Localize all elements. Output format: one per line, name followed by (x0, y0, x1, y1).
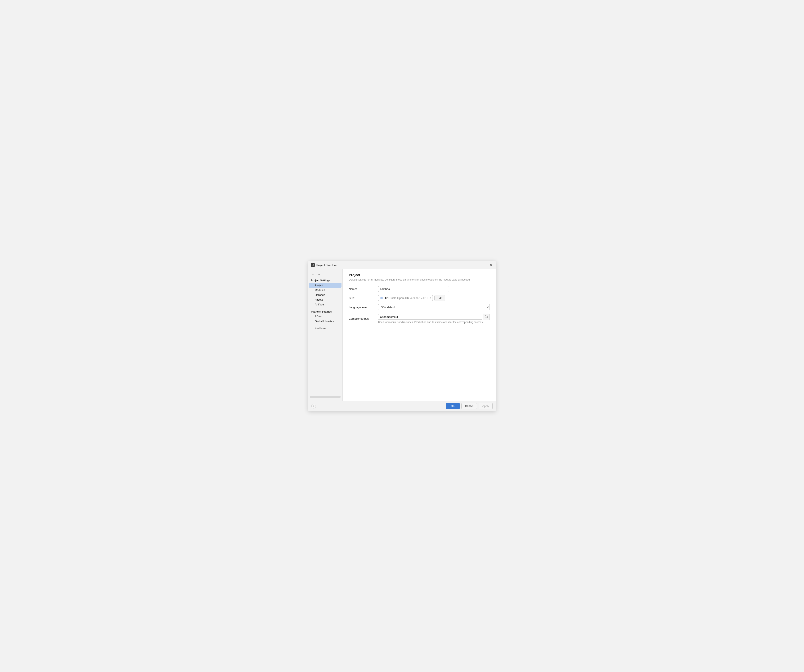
title-bar: IJ Project Structure ✕ (308, 261, 496, 269)
sidebar-item-sdks[interactable]: SDKs (309, 314, 342, 319)
sdk-row: SDK: JDK 17 Oracle (349, 295, 490, 301)
sidebar-item-problems[interactable]: Problems (309, 326, 342, 330)
nav-controls: ← → (308, 271, 342, 278)
dialog-body: ← → Project Settings Project Modules Lib… (308, 269, 496, 401)
folder-browse-button[interactable] (483, 314, 490, 320)
close-button[interactable]: ✕ (489, 263, 493, 267)
main-content: Project Default settings for all modules… (343, 269, 496, 401)
sdk-select-text: 17 Oracle OpenJDK version 17.0.10 (385, 296, 428, 299)
compiler-output-field: Used for module subdirectories, Producti… (378, 314, 490, 324)
sidebar-item-modules[interactable]: Modules (309, 288, 342, 293)
platform-settings-header: Platform Settings (308, 309, 342, 314)
folder-icon (485, 315, 488, 319)
sidebar-item-project[interactable]: Project (309, 283, 342, 288)
language-level-select[interactable]: SDK default (378, 304, 490, 310)
app-icon: IJ (311, 263, 315, 267)
compiler-hint: Used for module subdirectories, Producti… (378, 321, 490, 324)
footer-left: ? (311, 404, 316, 409)
apply-button[interactable]: Apply (479, 403, 493, 409)
svg-text:JDK: JDK (381, 297, 383, 299)
sidebar-scrollbar[interactable] (310, 396, 341, 398)
cancel-button[interactable]: Cancel (461, 403, 477, 409)
language-level-row: Language level: SDK default (349, 304, 490, 310)
name-row: Name: (349, 286, 490, 292)
sdk-icon: JDK (380, 297, 383, 299)
forward-button[interactable]: → (317, 272, 321, 276)
compiler-output-label: Compiler output: (349, 317, 378, 320)
sdk-dropdown[interactable]: JDK 17 Oracle OpenJDK version 17.0.10 ▾ (378, 295, 433, 301)
title-bar-left: IJ Project Structure (311, 263, 337, 267)
sidebar-item-artifacts[interactable]: Artifacts (309, 302, 342, 307)
ok-button[interactable]: OK (446, 403, 460, 409)
name-field (378, 286, 490, 292)
dialog-title: Project Structure (316, 263, 337, 267)
sdk-version: 17 (385, 296, 387, 299)
sidebar: ← → Project Settings Project Modules Lib… (308, 269, 343, 401)
back-button[interactable]: ← (311, 272, 315, 276)
sdk-label: SDK: (349, 296, 378, 299)
sdk-name: Oracle OpenJDK version 17.0.10 (388, 296, 428, 299)
sidebar-item-facets[interactable]: Facets (309, 297, 342, 302)
project-structure-dialog: IJ Project Structure ✕ ← → Project Setti… (308, 261, 496, 411)
language-level-field: SDK default (378, 304, 490, 310)
sdk-field: JDK 17 Oracle OpenJDK version 17.0.10 ▾ … (378, 295, 490, 301)
sdk-selector-row: JDK 17 Oracle OpenJDK version 17.0.10 ▾ … (378, 295, 490, 301)
name-label: Name: (349, 288, 378, 291)
help-button[interactable]: ? (311, 404, 316, 409)
name-input[interactable] (378, 286, 449, 292)
section-desc: Default settings for all modules. Config… (349, 278, 490, 281)
compiler-output-row: Compiler output: Used for module subd (349, 314, 490, 324)
sdk-chevron-icon: ▾ (430, 297, 431, 299)
compiler-input-row (378, 314, 490, 320)
sdk-edit-button[interactable]: Edit (435, 295, 445, 301)
dialog-footer: ? OK Cancel Apply (308, 401, 496, 411)
compiler-output-input[interactable] (378, 314, 482, 320)
sidebar-item-libraries[interactable]: Libraries (309, 293, 342, 297)
sidebar-item-global-libraries[interactable]: Global Libraries (309, 319, 342, 324)
section-title: Project (349, 273, 490, 277)
project-settings-header: Project Settings (308, 278, 342, 283)
language-level-label: Language level: (349, 306, 378, 309)
footer-right: OK Cancel Apply (446, 403, 493, 409)
